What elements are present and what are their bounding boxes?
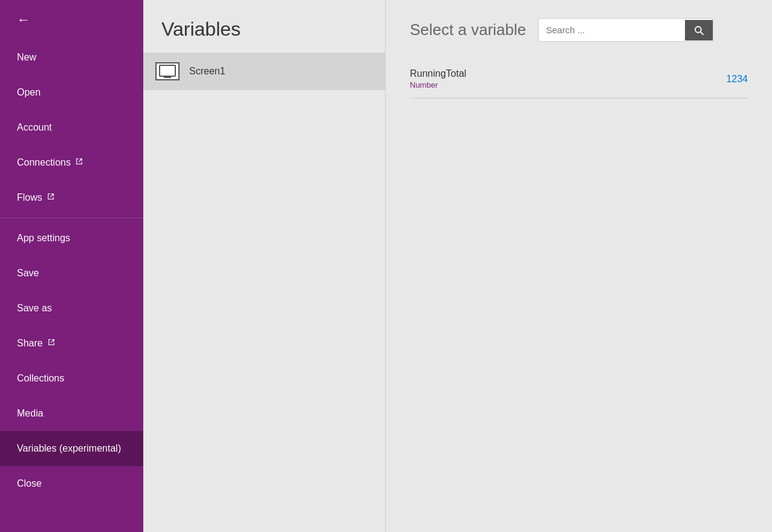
sidebar-item-label-flows: Flows xyxy=(17,192,42,203)
variables-list: RunningTotalNumber1234 xyxy=(410,60,748,99)
sidebar-item-variables[interactable]: Variables (experimental) xyxy=(0,431,143,466)
sidebar: ← NewOpenAccountConnectionsFlowsApp sett… xyxy=(0,0,143,532)
sidebar-item-close[interactable]: Close xyxy=(0,466,143,501)
search-input[interactable] xyxy=(539,19,685,41)
sidebar-item-connections[interactable]: Connections xyxy=(0,145,143,180)
external-link-icon-share xyxy=(48,339,55,348)
sidebar-menu: NewOpenAccountConnectionsFlowsApp settin… xyxy=(0,40,143,501)
sidebar-item-label-save: Save xyxy=(17,268,39,279)
sidebar-item-save[interactable]: Save xyxy=(0,256,143,291)
sidebar-item-label-open: Open xyxy=(17,87,41,98)
external-link-icon-flows xyxy=(47,193,54,202)
sidebar-item-collections[interactable]: Collections xyxy=(0,361,143,396)
sidebar-item-flows[interactable]: Flows xyxy=(0,180,143,215)
variable-name: RunningTotal xyxy=(410,68,466,79)
right-panel: Select a variable RunningTotalNumber1234 xyxy=(385,0,772,532)
variable-type: Number xyxy=(410,80,466,89)
sidebar-item-label-save-as: Save as xyxy=(17,303,52,314)
svg-rect-0 xyxy=(160,65,175,76)
panel-title: Variables xyxy=(143,0,385,53)
svg-point-4 xyxy=(695,27,701,33)
sidebar-item-label-app-settings: App settings xyxy=(17,233,70,244)
sidebar-item-label-close: Close xyxy=(17,478,42,489)
sidebar-item-account[interactable]: Account xyxy=(0,110,143,145)
sidebar-item-label-connections: Connections xyxy=(17,157,71,168)
back-button[interactable]: ← xyxy=(0,0,143,40)
sidebar-item-label-collections: Collections xyxy=(17,373,64,384)
sidebar-item-share[interactable]: Share xyxy=(0,326,143,361)
search-icon xyxy=(693,25,704,36)
sidebar-item-label-new: New xyxy=(17,52,36,63)
screens-list: Screen1 xyxy=(143,53,385,90)
search-button[interactable] xyxy=(685,20,713,41)
sidebar-item-save-as[interactable]: Save as xyxy=(0,291,143,326)
search-container xyxy=(538,18,713,42)
variable-row[interactable]: RunningTotalNumber1234 xyxy=(410,60,748,99)
screen-label-screen1: Screen1 xyxy=(189,66,225,77)
screen-icon-screen1 xyxy=(155,62,180,80)
external-link-icon-connections xyxy=(76,158,83,167)
middle-panel: Variables Screen1 xyxy=(143,0,385,532)
sidebar-item-label-share: Share xyxy=(17,338,43,349)
sidebar-item-label-variables: Variables (experimental) xyxy=(17,443,121,454)
sidebar-item-new[interactable]: New xyxy=(0,40,143,75)
back-arrow-icon: ← xyxy=(17,13,30,27)
select-variable-label: Select a variable xyxy=(410,21,526,39)
svg-line-5 xyxy=(701,31,704,34)
sidebar-item-label-account: Account xyxy=(17,122,52,133)
right-header: Select a variable xyxy=(410,18,748,42)
sidebar-item-open[interactable]: Open xyxy=(0,75,143,110)
sidebar-item-app-settings[interactable]: App settings xyxy=(0,221,143,256)
variable-info: RunningTotalNumber xyxy=(410,68,466,89)
variable-value: 1234 xyxy=(726,74,748,85)
sidebar-divider xyxy=(0,218,143,218)
sidebar-item-label-media: Media xyxy=(17,408,44,419)
screen-item-screen1[interactable]: Screen1 xyxy=(143,53,385,90)
sidebar-item-media[interactable]: Media xyxy=(0,396,143,431)
